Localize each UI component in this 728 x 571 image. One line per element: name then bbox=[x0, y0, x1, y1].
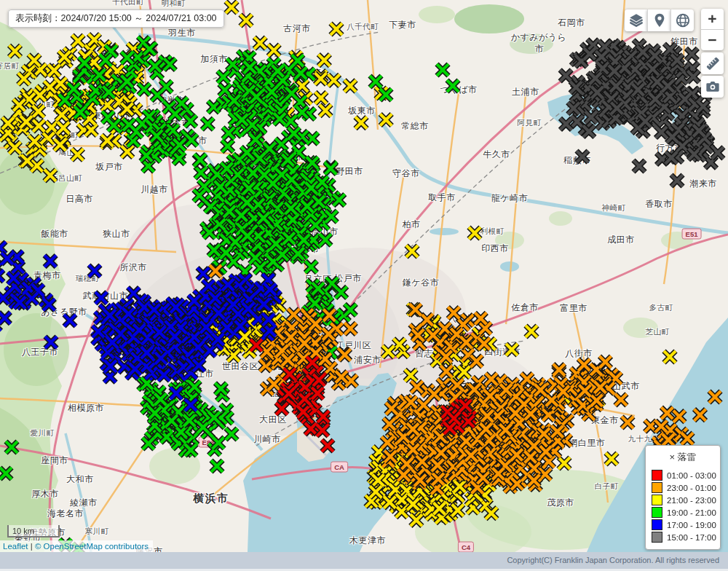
map-pin-icon bbox=[652, 12, 668, 28]
zoom-in-button[interactable]: + bbox=[701, 9, 724, 30]
map[interactable]: 千代田町明和町羽生市行田市熊谷市加須市古河市八千代町下妻市五霞町境町石岡市かすみ… bbox=[0, 0, 728, 552]
measure-button[interactable] bbox=[701, 52, 724, 74]
screenshot-button[interactable] bbox=[701, 76, 724, 98]
zoom-out-button[interactable]: − bbox=[701, 30, 724, 50]
legend-swatch bbox=[652, 519, 662, 530]
globe-icon bbox=[675, 12, 691, 28]
map-tool-buttons bbox=[625, 9, 694, 31]
marker-button[interactable] bbox=[647, 9, 670, 31]
legend-swatch bbox=[652, 495, 662, 505]
globe-button[interactable] bbox=[670, 9, 694, 31]
legend-item: 17:00 - 19:00 bbox=[652, 519, 714, 530]
legend-swatch bbox=[652, 507, 662, 518]
legend-label: 21:00 - 23:00 bbox=[667, 496, 716, 505]
legend-item: 01:00 - 03:00 bbox=[652, 470, 714, 481]
legend-items: 01:00 - 03:0023:00 - 01:0021:00 - 23:001… bbox=[652, 470, 714, 543]
legend-item: 19:00 - 21:00 bbox=[652, 507, 714, 518]
attribution-separator: | bbox=[28, 542, 35, 551]
scale-bar: 10 km bbox=[7, 525, 60, 537]
legend-title: × 落雷 bbox=[652, 451, 714, 464]
legend-item: 23:00 - 01:00 bbox=[652, 482, 714, 493]
osm-link[interactable]: © OpenStreetMap contributors bbox=[35, 542, 149, 551]
legend-label: 23:00 - 01:00 bbox=[667, 484, 716, 492]
legend-label: 15:00 - 17:00 bbox=[667, 533, 716, 542]
leaflet-link[interactable]: Leaflet bbox=[3, 542, 28, 551]
legend-item: 21:00 - 23:00 bbox=[652, 495, 714, 505]
zoom-control: + − bbox=[701, 9, 724, 50]
copyright-bar: Copyright(C) Franklin Japan Corporation.… bbox=[0, 552, 728, 569]
legend-swatch bbox=[652, 532, 662, 543]
lightning-markers-canvas bbox=[0, 0, 728, 552]
camera-icon bbox=[705, 79, 721, 95]
legend-swatch bbox=[652, 470, 662, 481]
time-display: 表示時刻：2024/07/20 15:00 ～ 2024/07/21 03:00 bbox=[8, 9, 224, 28]
legend-label: 01:00 - 03:00 bbox=[667, 471, 716, 480]
legend-label: 17:00 - 19:00 bbox=[667, 521, 716, 529]
layers-button[interactable] bbox=[625, 9, 647, 31]
legend: × 落雷 01:00 - 03:0023:00 - 01:0021:00 - 2… bbox=[645, 445, 721, 550]
legend-swatch bbox=[652, 482, 662, 493]
legend-label: 19:00 - 21:00 bbox=[667, 508, 716, 517]
lightning-map-app: 千代田町明和町羽生市行田市熊谷市加須市古河市八千代町下妻市五霞町境町石岡市かすみ… bbox=[0, 0, 728, 571]
ruler-icon bbox=[705, 55, 721, 71]
attribution: Leaflet | © OpenStreetMap contributors bbox=[0, 540, 153, 552]
layers-icon bbox=[628, 12, 644, 28]
legend-item: 15:00 - 17:00 bbox=[652, 532, 714, 543]
